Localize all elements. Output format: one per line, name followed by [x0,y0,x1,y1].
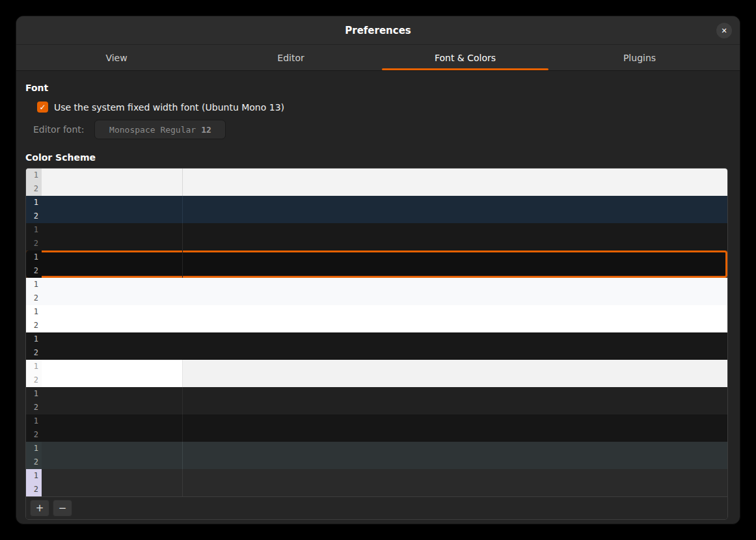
scheme-preview-code: /* Kate */ #include<gtksourceview/gtksou… [42,360,254,387]
line-number: 2 [26,483,38,496]
tab-view[interactable]: View [29,45,204,70]
scheme-preview-code: /* Oblivion */ #include<gtksourceview/gt… [42,442,254,469]
tab-label: Font & Colors [435,53,496,63]
line-number: 1 [26,387,38,401]
scheme-row-dusk[interactable]: 1 2 /* Dusk */ #include<gtksourceview/gt… [26,196,727,223]
line-number: 1 [26,332,38,346]
scheme-row-fruity[interactable]: 1 2 /* Fruity */ #include<gtksourceview/… [26,250,727,278]
scheme-preview-code: /* Native */ #include<gtksourceview/gtks… [42,387,254,414]
headerbar: Preferences ✕ [16,16,740,45]
scheme-row-neon[interactable]: 1 2 /* Neon */ #include<gtksourceview/gt… [26,414,727,442]
scheme-preview-code: /* Desert */ #include<gtksourceview/gtks… [42,169,254,196]
tab-font-colors[interactable]: Font & Colors [378,45,552,70]
scheme-row-oblivion[interactable]: 1 2 /* Oblivion */ #include<gtksourcevie… [26,442,727,469]
line-numbers: 1 2 [26,169,42,196]
line-number: 1 [26,442,38,455]
line-numbers: 1 2 [26,196,42,223]
editor-font-label: Editor font: [33,124,84,135]
tab-label: Editor [277,53,304,63]
tab-bar: View Editor Font & Colors Plugins [16,45,740,71]
scheme-row-railscasts[interactable]: 1 2 /* Railscasts */ #include<gtksourcev… [26,469,727,496]
scheme-row-idle[interactable]: 1 2 /* IDLE */ #include<gtksourceview/gt… [26,305,727,332]
line-numbers: 1 2 [26,305,42,332]
scheme-row-native[interactable]: 1 2 /* Native */ #include<gtksourceview/… [26,387,727,414]
line-number: 1 [26,305,38,319]
scheme-preview-code: /* Github */ #include<gtksourceview/gtks… [42,278,254,305]
page-body: Font ✓ Use the system fixed width font (… [16,71,740,520]
color-scheme-list: 1 2 /* Desert */ #include<gtksourceview/… [26,169,727,496]
editor-font-size: 12 [201,125,211,135]
color-scheme-heading: Color Scheme [25,152,728,163]
line-numbers: 1 2 [26,223,42,250]
plus-icon: + [36,502,44,514]
line-number: 1 [26,196,38,209]
line-number: 1 [26,360,38,373]
system-font-checkbox[interactable]: ✓ [37,101,48,113]
line-number: 1 [26,250,38,264]
preferences-window: Preferences ✕ View Editor Font & Colors … [16,16,740,524]
scheme-row-desert[interactable]: 1 2 /* Desert */ #include<gtksourceview/… [26,169,727,196]
scheme-preview-code: /* Ironman */ #include<gtksourceview/gtk… [42,332,254,360]
scheme-row-fluffy[interactable]: 1 2 /* Fluffy */ #include<gtksourceview/… [26,223,727,250]
line-numbers: 1 2 [26,332,42,360]
minus-icon: − [59,502,67,514]
scheme-toolbar: + − [26,496,727,519]
window-title: Preferences [345,25,411,36]
scheme-preview-code: /* Dusk */ #include<gtksourceview/gtksou… [42,196,254,223]
line-numbers: 1 2 [26,387,42,414]
line-number: 2 [26,401,38,414]
remove-scheme-button[interactable]: − [53,500,72,517]
line-number: 2 [26,237,38,250]
scheme-preview-code: /* Fluffy */ #include<gtksourceview/gtks… [42,223,254,250]
scheme-row-ironman[interactable]: 1 2 /* Ironman */ #include<gtksourceview… [26,332,727,360]
scheme-preview-code: /* IDLE */ #include<gtksourceview/gtksou… [42,305,254,332]
line-numbers: 1 2 [26,360,42,387]
line-number: 2 [26,291,38,305]
tab-label: View [105,53,127,63]
line-number: 1 [26,169,38,182]
close-button[interactable]: ✕ [716,23,732,38]
scheme-preview-code: /* Railscasts */ #include<gtksourceview/… [42,469,254,496]
checkmark-icon: ✓ [39,103,46,111]
line-number: 2 [26,264,38,278]
line-number: 2 [26,346,38,360]
close-icon: ✕ [721,27,727,35]
line-number: 2 [26,373,38,387]
add-scheme-button[interactable]: + [30,500,49,517]
line-numbers: 1 2 [26,250,42,278]
tab-plugins[interactable]: Plugins [552,45,727,70]
system-font-row[interactable]: ✓ Use the system fixed width font (Ubunt… [37,101,728,113]
line-number: 1 [26,223,38,237]
scheme-preview-code: /* Neon */ #include<gtksourceview/gtksou… [42,414,254,442]
line-number: 2 [26,455,38,469]
tab-label: Plugins [623,53,656,63]
line-numbers: 1 2 [26,469,42,496]
line-numbers: 1 2 [26,414,42,442]
color-scheme-frame: 1 2 /* Desert */ #include<gtksourceview/… [25,168,728,520]
line-numbers: 1 2 [26,442,42,469]
editor-font-family: Monospace Regular [109,125,196,135]
system-font-checkbox-label: Use the system fixed width font (Ubuntu … [54,102,284,113]
line-number: 2 [26,428,38,442]
editor-font-row: Editor font: Monospace Regular 12 [33,120,728,139]
line-number: 2 [26,182,38,196]
line-number: 1 [26,278,38,291]
scheme-row-github[interactable]: 1 2 /* Github */ #include<gtksourceview/… [26,278,727,305]
font-section-heading: Font [25,83,728,93]
scheme-preview-code: /* Fruity */ #include<gtksourceview/gtks… [42,250,254,278]
line-number: 2 [26,209,38,223]
line-number: 1 [26,469,38,483]
tab-editor[interactable]: Editor [204,45,378,70]
scheme-row-kate[interactable]: 1 2 /* Kate */ #include<gtksourceview/gt… [26,360,727,387]
right-margin-fill [182,360,727,387]
line-number: 2 [26,319,38,332]
line-numbers: 1 2 [26,278,42,305]
line-number: 1 [26,414,38,428]
editor-font-button[interactable]: Monospace Regular 12 [94,120,226,139]
